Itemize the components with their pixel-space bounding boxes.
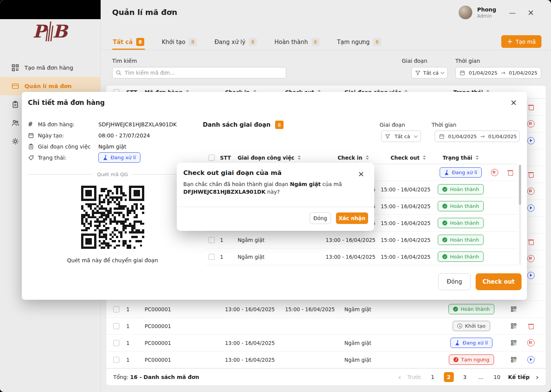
scrollbar-thumb[interactable] — [519, 165, 521, 205]
page-1[interactable]: 1 — [428, 372, 438, 382]
trash-icon[interactable] — [507, 169, 514, 176]
column-header-stage[interactable]: Giai đoạn công việc — [238, 155, 326, 161]
row-action-icon[interactable] — [527, 339, 535, 346]
stage-filter-select[interactable]: Tất cả — [411, 67, 448, 78]
qr-code-icon[interactable] — [511, 306, 517, 312]
row-actions — [486, 169, 517, 176]
tab-all[interactable]: Tất cả 8 — [112, 34, 145, 50]
sort-icon[interactable] — [298, 155, 301, 160]
sort-icon[interactable] — [476, 155, 479, 160]
status-icon — [457, 323, 462, 328]
column-header-status[interactable]: Trạng thái — [436, 155, 486, 161]
cell-order-code: PC000001 — [145, 357, 225, 363]
qr-code-icon[interactable] — [511, 357, 517, 363]
row-action-icon[interactable] — [527, 188, 535, 195]
modal-stage-filter-select[interactable]: Tất cả — [381, 131, 421, 142]
pause-icon[interactable] — [491, 169, 498, 176]
created-date-value: 08:00 - 27/07/2024 — [98, 132, 197, 139]
tab-paused[interactable]: Tạm ngưng 8 — [336, 34, 382, 50]
page-10[interactable]: 10 — [492, 372, 502, 382]
stage-row: 1 Ngâm giặt 13:00 - 16/04/2025 15:00 - 1… — [205, 248, 517, 265]
close-icon[interactable]: × — [358, 169, 364, 178]
row-checkbox[interactable] — [209, 254, 215, 260]
tab-done[interactable]: Hoàn thành 8 — [274, 34, 320, 50]
row-action-icon[interactable] — [527, 171, 535, 178]
status-badge: Khởi tạo — [453, 321, 490, 331]
select-all-checkbox[interactable] — [209, 155, 215, 161]
tab-count-badge: 8 — [189, 38, 197, 46]
row-action-icon[interactable] — [527, 137, 535, 144]
status-badge: Đang xử lí — [440, 167, 482, 178]
date-range-picker[interactable]: 01/04/2025 → 01/04/2025 — [455, 67, 541, 78]
tab-count-badge: 8 — [136, 38, 144, 46]
row-action-icon[interactable] — [527, 356, 535, 363]
date-to: 01/04/2025 — [488, 134, 517, 139]
column-header-checkin[interactable]: Check in — [326, 155, 381, 161]
scrollbar-track[interactable] — [519, 164, 521, 265]
row-action-icon[interactable] — [527, 238, 535, 245]
sidebar-item-label: Quản lí mã đơn — [24, 83, 72, 89]
date-from: 01/04/2025 — [448, 134, 477, 139]
plus-icon: + — [507, 38, 512, 45]
cell-order-code: PC000001 — [145, 340, 225, 346]
confirm-accept-button[interactable]: Xác nhận — [336, 212, 368, 224]
order-code-value: SDFJHWEJC81HJBZXLA901DK — [98, 121, 197, 127]
column-header-checkout[interactable]: Check out — [381, 155, 436, 161]
row-checkbox[interactable] — [113, 323, 119, 329]
date-to: 01/04/2025 — [509, 70, 538, 76]
confirm-close-button[interactable]: Đóng — [310, 212, 331, 224]
user-role: Admin — [477, 13, 496, 19]
date-from: 01/04/2025 — [469, 70, 497, 76]
search-input[interactable] — [112, 67, 286, 78]
calendar-icon — [28, 132, 38, 139]
table-row: 1 PC000001 Khởi tạo — [106, 318, 546, 335]
qr-section-divider: Quét mã QG — [28, 172, 197, 177]
modal-checkout-button[interactable]: Check out — [476, 273, 522, 290]
close-window-button[interactable]: × — [527, 8, 534, 17]
modal-close-button[interactable]: Đóng — [438, 273, 471, 290]
users-icon — [11, 119, 19, 127]
row-action-icon[interactable] — [527, 255, 535, 262]
user-name: Phong — [477, 7, 496, 13]
prev-chevron-icon[interactable]: ‹ — [398, 373, 401, 381]
sort-icon[interactable] — [423, 155, 426, 160]
cell-stt: 1 — [126, 357, 145, 363]
qr-code-icon[interactable] — [511, 340, 517, 346]
page-3[interactable]: 3 — [460, 372, 470, 382]
funnel-icon — [385, 134, 390, 139]
row-checkbox[interactable] — [209, 237, 215, 243]
create-code-button[interactable]: + Tạo mã — [501, 35, 541, 48]
next-page-button[interactable]: Kế tiếp — [508, 374, 530, 380]
modal-time-filter-group: Thời gian 01/04/2025 → 01/04/2025 — [432, 122, 520, 142]
page-2-active[interactable]: 2 — [444, 372, 454, 382]
field-created-date: Ngày tạo: 08:00 - 27/07/2024 — [28, 130, 197, 141]
search-label: Tìm kiếm — [112, 58, 286, 64]
close-icon[interactable]: × — [510, 98, 517, 107]
user-chip[interactable]: Phong Admin — [458, 5, 496, 20]
tab-created[interactable]: Khởi tạo 8 — [161, 34, 198, 50]
arrow-right-icon: → — [501, 70, 505, 76]
avatar[interactable] — [458, 5, 473, 20]
next-chevron-icon[interactable]: › — [536, 373, 539, 381]
sidebar-item-create-order[interactable]: Tạo mã đơn hàng — [0, 59, 100, 77]
row-action-icon[interactable] — [527, 103, 535, 111]
tab-processing[interactable]: Đang xử lý 8 — [214, 34, 258, 50]
sort-icon[interactable] — [366, 155, 369, 160]
qr-code-icon[interactable] — [511, 323, 517, 329]
row-action-icon[interactable] — [527, 120, 535, 127]
row-checkbox[interactable] — [113, 340, 119, 346]
row-action-icon[interactable] — [527, 272, 535, 279]
cell-checkin: 13:00 - 16/04/2025 — [326, 237, 381, 243]
prev-page-button[interactable]: Trước — [407, 374, 421, 380]
row-action-icon[interactable] — [527, 322, 535, 330]
status-badge: Hoàn thành — [438, 235, 484, 245]
field-order-code: # Mã đơn hàng: SDFJHWEJC81HJBZXLA901DK — [28, 119, 197, 130]
row-checkbox[interactable] — [113, 357, 119, 363]
cell-checkout: 15:00 - 16/04/2025 — [381, 254, 436, 260]
row-checkbox[interactable] — [113, 306, 119, 312]
row-action-icon[interactable] — [527, 204, 535, 212]
status-icon — [444, 170, 449, 175]
stage-name-bold: Ngăm giặt — [290, 181, 321, 187]
modal-date-range-picker[interactable]: 01/04/2025 → 01/04/2025 — [435, 131, 520, 142]
minimize-button[interactable]: — — [509, 8, 516, 17]
